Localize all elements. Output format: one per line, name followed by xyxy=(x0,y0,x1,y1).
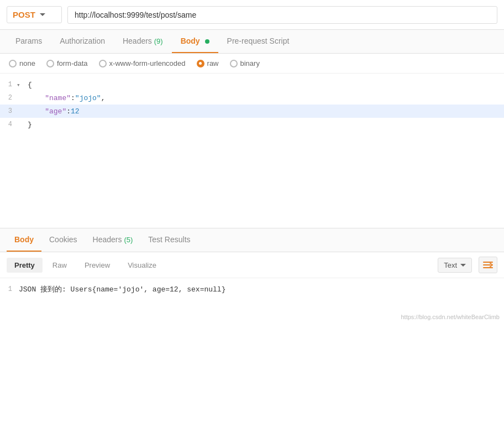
wrap-icon xyxy=(483,261,493,269)
option-urlencoded[interactable]: x-www-form-urlencoded xyxy=(99,59,186,67)
line-content-4: } xyxy=(25,121,504,129)
code-line-2: 2 "name":"jojo", xyxy=(0,91,504,105)
chevron-down-icon xyxy=(40,13,45,16)
resp-tab-headers[interactable]: Headers (5) xyxy=(85,228,141,252)
tab-headers[interactable]: Headers (9) xyxy=(114,30,172,53)
resp-line-1: 1 JSON 接到的: Users{name='jojo', age=12, s… xyxy=(0,283,504,296)
resp-tab-test-results[interactable]: Test Results xyxy=(140,228,198,252)
request-body-editor[interactable]: 1 ▾ { 2 "name":"jojo", 3 "age":12 4 } xyxy=(0,74,504,228)
line-num-3: 3 xyxy=(0,107,17,115)
method-selector[interactable]: POST xyxy=(7,6,62,23)
radio-form-data xyxy=(46,60,54,67)
resp-tab-body[interactable]: Body xyxy=(7,228,41,252)
request-tabs: Params Authorization Headers (9) Body Pr… xyxy=(0,30,504,54)
response-body: 1 JSON 接到的: Users{name='jojo', age=12, s… xyxy=(0,278,504,311)
response-toolbar: Pretty Raw Preview Visualize Text xyxy=(0,252,504,278)
tab-pre-request[interactable]: Pre-request Script xyxy=(218,30,298,53)
line-content-2: "name":"jojo", xyxy=(25,94,504,102)
format-pretty-btn[interactable]: Pretty xyxy=(7,258,43,273)
radio-binary xyxy=(230,60,238,67)
watermark: https://blog.csdn.net/whiteBearClimb xyxy=(0,311,504,322)
resp-line-num-1: 1 xyxy=(0,285,17,293)
line-content-3: "age":12 xyxy=(25,107,504,116)
radio-raw xyxy=(197,60,204,67)
text-dropdown-chevron-icon xyxy=(460,264,466,267)
radio-none xyxy=(9,60,17,67)
code-line-3: 3 "age":12 xyxy=(0,105,504,118)
response-section: Body Cookies Headers (5) Test Results Pr… xyxy=(0,228,504,322)
code-line-1: 1 ▾ { xyxy=(0,78,504,91)
line-content-1: { xyxy=(25,81,504,89)
tab-authorization[interactable]: Authorization xyxy=(51,30,114,53)
option-form-data[interactable]: form-data xyxy=(46,59,88,67)
code-line-4: 4 } xyxy=(0,118,504,131)
format-raw-btn[interactable]: Raw xyxy=(45,258,75,273)
radio-urlencoded xyxy=(99,60,107,67)
option-none[interactable]: none xyxy=(9,59,35,67)
body-options: none form-data x-www-form-urlencoded raw… xyxy=(0,54,504,74)
line-num-1: 1 xyxy=(0,81,17,88)
tab-body[interactable]: Body xyxy=(172,30,218,53)
url-input[interactable] xyxy=(67,6,497,24)
text-format-label: Text xyxy=(444,261,457,269)
option-raw[interactable]: raw xyxy=(197,59,219,67)
response-tabs: Body Cookies Headers (5) Test Results xyxy=(0,228,504,252)
resp-line-content-1: JSON 接到的: Users{name='jojo', age=12, sex… xyxy=(17,284,504,294)
line-num-2: 2 xyxy=(0,94,17,102)
line-arrow-1: ▾ xyxy=(17,81,25,88)
line-num-4: 4 xyxy=(0,121,17,128)
tab-params[interactable]: Params xyxy=(7,30,51,53)
format-visualize-btn[interactable]: Visualize xyxy=(120,258,164,273)
text-format-dropdown[interactable]: Text xyxy=(438,258,472,273)
option-binary[interactable]: binary xyxy=(230,59,260,67)
resp-tab-cookies[interactable]: Cookies xyxy=(41,228,85,252)
format-preview-btn[interactable]: Preview xyxy=(77,258,118,273)
body-active-dot xyxy=(205,39,209,44)
method-text: POST xyxy=(13,10,35,19)
wrap-lines-button[interactable] xyxy=(479,257,497,273)
url-bar: POST xyxy=(0,0,504,30)
